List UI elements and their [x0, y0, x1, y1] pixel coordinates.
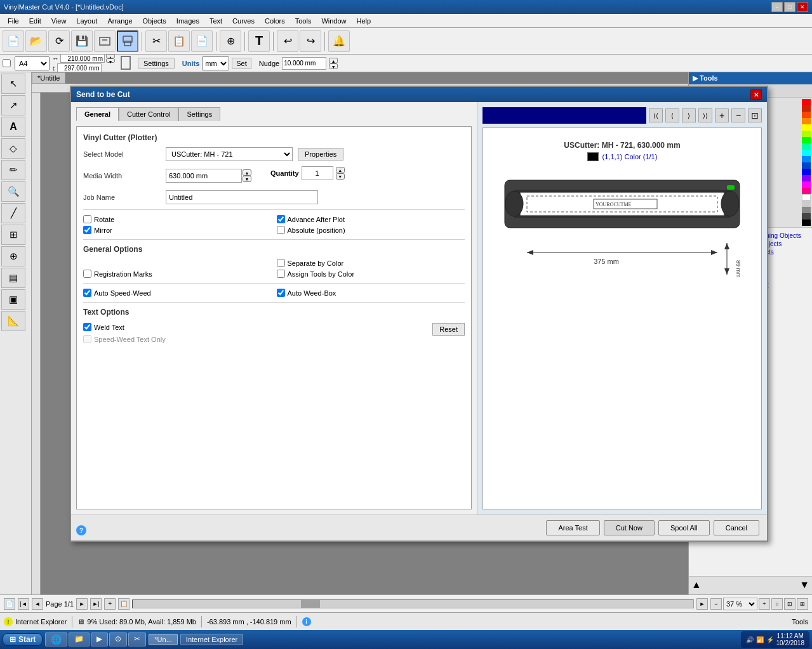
menu-edit[interactable]: Edit: [24, 16, 46, 26]
color-darkred[interactable]: [802, 105, 811, 112]
width-up-btn[interactable]: ▲: [106, 54, 115, 58]
h-scroll-track[interactable]: [132, 600, 694, 608]
settings-button[interactable]: Settings: [138, 58, 175, 69]
remove-page-icon[interactable]: 📋: [118, 598, 130, 610]
taskbar-explorer[interactable]: 📁: [69, 633, 90, 646]
h-scroll-thumb[interactable]: [301, 600, 320, 608]
zoom-custom-btn[interactable]: ⊞: [797, 598, 808, 610]
color-black[interactable]: [802, 220, 811, 226]
taskbar-app-item[interactable]: *Un...: [149, 634, 178, 645]
color-yellow[interactable]: [802, 124, 811, 131]
page-first[interactable]: |◄: [18, 598, 29, 610]
color-medium-gray[interactable]: [802, 207, 811, 213]
properties-button[interactable]: Properties: [298, 148, 343, 161]
menu-tools[interactable]: Tools: [290, 16, 317, 26]
qty-down[interactable]: ▼: [336, 173, 345, 180]
width-down-btn[interactable]: ▼: [106, 58, 115, 63]
page-height-input[interactable]: [57, 63, 102, 72]
page-size-select[interactable]: A4 A3 Letter: [15, 56, 50, 70]
zoom-out-nav[interactable]: −: [731, 108, 745, 122]
menu-curves[interactable]: Curves: [227, 16, 260, 26]
tab-general[interactable]: General: [76, 107, 119, 121]
doc-icon[interactable]: 📄: [4, 598, 15, 610]
set-button[interactable]: Set: [232, 58, 251, 69]
scroll-down-icon[interactable]: ▼: [799, 579, 809, 591]
taskbar-media[interactable]: ▶: [91, 633, 108, 646]
shape-tool[interactable]: ◇: [1, 138, 25, 159]
close-button[interactable]: ✕: [797, 2, 808, 12]
menu-images[interactable]: Images: [171, 16, 204, 26]
menu-view[interactable]: View: [46, 16, 72, 26]
color-violet[interactable]: [802, 175, 811, 181]
tab-settings[interactable]: Settings: [178, 107, 220, 121]
zoom-reset-btn[interactable]: ○: [771, 598, 783, 610]
zoom-out-btn[interactable]: −: [710, 598, 722, 610]
redo-button[interactable]: ↪: [300, 30, 321, 52]
print-button[interactable]: [117, 30, 138, 52]
dialog-close-button[interactable]: ✕: [750, 89, 762, 100]
color-hot-pink[interactable]: [802, 188, 811, 194]
absolute-position-checkbox[interactable]: [277, 226, 285, 234]
pattern-tool[interactable]: ⊞: [1, 225, 25, 245]
spool-all-button[interactable]: Spool All: [658, 520, 710, 535]
node-tool[interactable]: ↗: [1, 95, 25, 115]
color-dark-gray[interactable]: [802, 213, 811, 220]
menu-arrange[interactable]: Arrange: [102, 16, 137, 26]
taskbar-vinyl[interactable]: ✂: [128, 633, 146, 646]
auto-speed-weed-checkbox[interactable]: [83, 289, 91, 297]
text-button[interactable]: T: [248, 30, 270, 52]
media-width-up[interactable]: ▲: [243, 169, 251, 176]
undo-button[interactable]: ↩: [277, 30, 298, 52]
canvas-tab[interactable]: *Untitle: [32, 72, 65, 84]
nudge-up-btn[interactable]: ▲: [329, 58, 338, 63]
advance-after-plot-checkbox[interactable]: [277, 215, 285, 223]
text-tool[interactable]: A: [1, 117, 25, 137]
color-orange[interactable]: [802, 118, 811, 124]
cut-line-tool[interactable]: ╱: [1, 203, 25, 223]
start-button[interactable]: ⊞ Start: [3, 633, 43, 646]
media-width-down[interactable]: ▼: [243, 176, 251, 182]
save-button[interactable]: 💾: [71, 30, 93, 52]
menu-colors[interactable]: Colors: [260, 16, 290, 26]
page-prev[interactable]: ◄: [32, 598, 43, 610]
registration-marks-checkbox[interactable]: [83, 270, 91, 278]
tab-cutter-control[interactable]: Cutter Control: [119, 107, 178, 121]
nav-prev-prev[interactable]: ⟨⟨: [649, 108, 663, 122]
mirror-checkbox[interactable]: [83, 226, 91, 234]
cut-now-button[interactable]: Cut Now: [604, 520, 655, 535]
nudge-down-btn[interactable]: ▼: [329, 63, 338, 69]
color-green[interactable]: [802, 137, 811, 143]
scroll-right[interactable]: ►: [696, 598, 708, 610]
color-cyan[interactable]: [802, 150, 811, 156]
zoom-in-nav[interactable]: +: [715, 108, 729, 122]
zoom-in-btn[interactable]: +: [759, 598, 770, 610]
add-page-icon[interactable]: +: [104, 598, 116, 610]
nudge-input[interactable]: [282, 57, 326, 70]
contour-tool[interactable]: ▣: [1, 289, 25, 310]
minimize-button[interactable]: −: [771, 2, 783, 12]
auto-weed-box-checkbox[interactable]: [277, 289, 285, 297]
color-white[interactable]: [802, 194, 811, 200]
media-width-input[interactable]: [166, 169, 242, 183]
cut-button[interactable]: ✂: [145, 30, 167, 52]
color-teal-green[interactable]: [802, 143, 811, 150]
send-cut-button[interactable]: [94, 30, 116, 52]
color-magenta[interactable]: [802, 181, 811, 188]
page-width-input[interactable]: [60, 54, 105, 63]
color-orange-red[interactable]: [802, 112, 811, 118]
nav-next-next[interactable]: ⟩⟩: [698, 108, 712, 122]
maximize-button[interactable]: □: [784, 2, 795, 12]
taskbar-ie-item[interactable]: Internet Explorer: [180, 634, 243, 645]
color-yellow-green[interactable]: [802, 131, 811, 137]
units-select[interactable]: mm inch cm: [202, 56, 229, 70]
cancel-button[interactable]: Cancel: [714, 520, 759, 535]
ruler-tool[interactable]: 📐: [1, 311, 25, 331]
model-select[interactable]: USCutter: MH - 721: [166, 147, 293, 161]
page-next[interactable]: ►: [76, 598, 88, 610]
assign-tools-checkbox[interactable]: [277, 270, 285, 278]
page-last[interactable]: ►|: [90, 598, 102, 610]
nav-prev[interactable]: ⟨: [665, 108, 679, 122]
special-button[interactable]: ⟳: [48, 30, 70, 52]
menu-window[interactable]: Window: [316, 16, 351, 26]
color-pure-blue[interactable]: [802, 169, 811, 175]
